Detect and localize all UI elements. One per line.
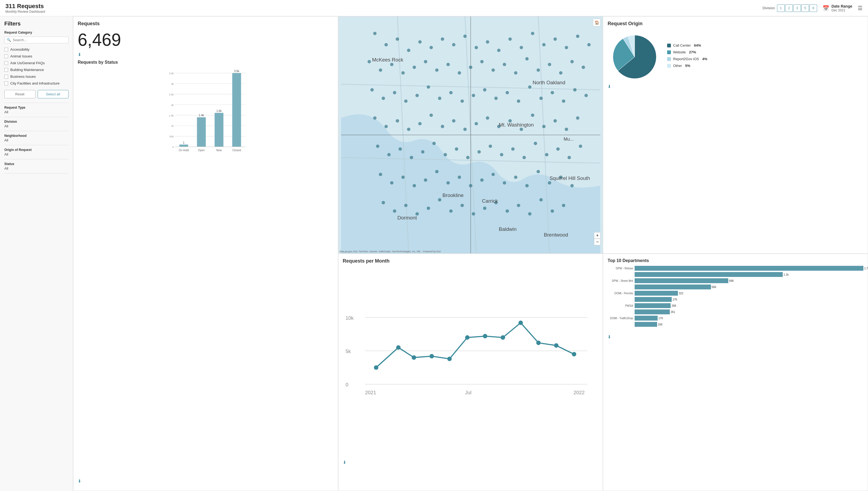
requests-count: 6,469 — [78, 30, 334, 50]
filters-title: Filters — [4, 21, 68, 27]
svg-point-38 — [384, 43, 388, 46]
svg-text:Carrick: Carrick — [482, 198, 498, 204]
svg-point-197 — [519, 321, 523, 325]
search-box[interactable]: 🔍 — [4, 36, 68, 44]
svg-point-72 — [536, 68, 539, 71]
svg-point-121 — [432, 142, 435, 145]
svg-point-70 — [514, 71, 517, 75]
svg-point-78 — [381, 96, 385, 100]
svg-point-137 — [401, 176, 404, 179]
svg-point-112 — [542, 125, 545, 128]
top10-bar-row: 566 — [608, 285, 863, 289]
select-all-button[interactable]: Select all — [38, 90, 69, 98]
svg-point-124 — [466, 156, 469, 159]
menu-icon[interactable]: ☰ — [858, 5, 863, 11]
top10-bar-track: 1.1k — [634, 272, 863, 277]
request-origin-panel: Request Origin Call Center64%Website27%R… — [603, 16, 868, 254]
filter-checkbox[interactable] — [4, 55, 8, 58]
svg-text:On Hold: On Hold — [179, 149, 189, 152]
header-title-section: 311 Requests Monthly Review Dashboard — [5, 3, 45, 13]
svg-point-158 — [438, 198, 441, 201]
filter-item: City Facilities and Infrastructure — [4, 80, 68, 87]
svg-point-164 — [505, 209, 509, 213]
svg-point-152 — [570, 184, 574, 187]
filter-item: Ask Us/General FAQs — [4, 60, 68, 66]
map-home-button[interactable]: 🏠 — [593, 19, 600, 26]
svg-text:Baldwin: Baldwin — [499, 226, 517, 232]
top10-title: Top 10 Departments — [608, 258, 863, 263]
top10-panel: Top 10 Departments DPW - Refuse 1.7k 1.1… — [603, 254, 868, 491]
division-button-1[interactable]: 1 — [777, 4, 785, 12]
svg-point-85 — [461, 99, 464, 103]
reset-button[interactable]: Reset — [4, 90, 35, 98]
zoom-out-button[interactable]: − — [594, 239, 600, 245]
svg-point-198 — [536, 341, 540, 345]
svg-point-167 — [539, 198, 542, 201]
svg-point-130 — [534, 142, 537, 145]
date-range-section: 📅 Date Range Dec 2021 — [823, 4, 852, 12]
map-zoom-buttons: + − — [594, 232, 600, 245]
top10-bar-fill — [634, 297, 672, 302]
division-button-2[interactable]: 2 — [785, 4, 793, 12]
top10-bar-value: 268 — [671, 304, 676, 307]
svg-point-191 — [411, 355, 416, 359]
svg-text:500: 500 — [169, 135, 174, 138]
download-top10-icon[interactable]: ⬇ — [608, 335, 863, 340]
filter-group: NeighborhoodAll — [4, 134, 68, 145]
svg-point-165 — [517, 204, 520, 207]
filter-checkbox[interactable] — [4, 48, 8, 52]
download-requests-icon[interactable]: ⬇ — [78, 52, 334, 57]
download-line-icon[interactable]: ⬇ — [343, 460, 599, 465]
svg-point-192 — [429, 354, 434, 358]
svg-point-135 — [379, 173, 382, 176]
filter-checkbox[interactable] — [4, 82, 8, 85]
svg-text:5k: 5k — [345, 348, 351, 354]
svg-text:New: New — [216, 149, 222, 152]
svg-point-143 — [469, 184, 472, 187]
filter-checkbox[interactable] — [4, 68, 8, 72]
legend-pct: 4% — [702, 57, 708, 61]
filter-label: Accessibility — [10, 48, 30, 52]
svg-point-74 — [559, 71, 562, 75]
division-button-5[interactable]: 5 — [801, 4, 809, 12]
legend-list: Call Center64%Website27%Report2Gov iOS4%… — [667, 44, 707, 70]
top10-bar-track: 166 — [634, 322, 863, 327]
svg-point-93 — [551, 91, 554, 94]
svg-point-81 — [415, 94, 418, 97]
svg-point-200 — [572, 352, 576, 356]
requests-panel: Requests 6,469 ⬇ Requests by Status 3.5k… — [73, 16, 338, 491]
svg-point-132 — [556, 147, 559, 151]
download-origin-icon[interactable]: ⬇ — [608, 84, 863, 89]
svg-point-145 — [491, 173, 495, 176]
map-attribution: data.pa.gov, Esri, TomTom, Garmin, SafeG… — [340, 250, 441, 253]
svg-point-155 — [404, 204, 407, 207]
division-button-3[interactable]: 3 — [793, 4, 801, 12]
download-bar-icon[interactable]: ⬇ — [78, 479, 334, 484]
search-input[interactable] — [13, 38, 66, 42]
header-controls: Division 12356 📅 Date Range Dec 2021 ☰ — [763, 4, 863, 12]
division-button-6[interactable]: 6 — [809, 4, 817, 12]
filter-item: Business Issues — [4, 73, 68, 80]
svg-point-90 — [517, 99, 520, 103]
legend-item: Report2Gov iOS4% — [667, 57, 707, 61]
svg-point-133 — [567, 156, 571, 159]
svg-point-104 — [452, 119, 455, 122]
zoom-in-button[interactable]: + — [594, 232, 600, 239]
svg-point-160 — [461, 204, 464, 207]
svg-point-114 — [565, 127, 568, 131]
svg-point-193 — [447, 356, 452, 361]
filter-group-title: Division — [4, 120, 68, 123]
top10-bar-value: 276 — [672, 298, 677, 301]
pie-chart-svg — [608, 30, 662, 84]
svg-point-75 — [570, 60, 574, 63]
svg-point-91 — [528, 85, 531, 89]
svg-point-82 — [427, 85, 430, 89]
filter-checkbox[interactable] — [4, 75, 8, 79]
legend-label: Call Center — [673, 44, 691, 48]
svg-text:1: 1 — [183, 141, 185, 144]
svg-point-166 — [528, 212, 531, 215]
date-range-label: Date Range — [832, 4, 852, 8]
svg-point-134 — [579, 144, 582, 148]
top10-bar-row: 261 — [608, 310, 863, 314]
filter-checkbox[interactable] — [4, 61, 8, 65]
